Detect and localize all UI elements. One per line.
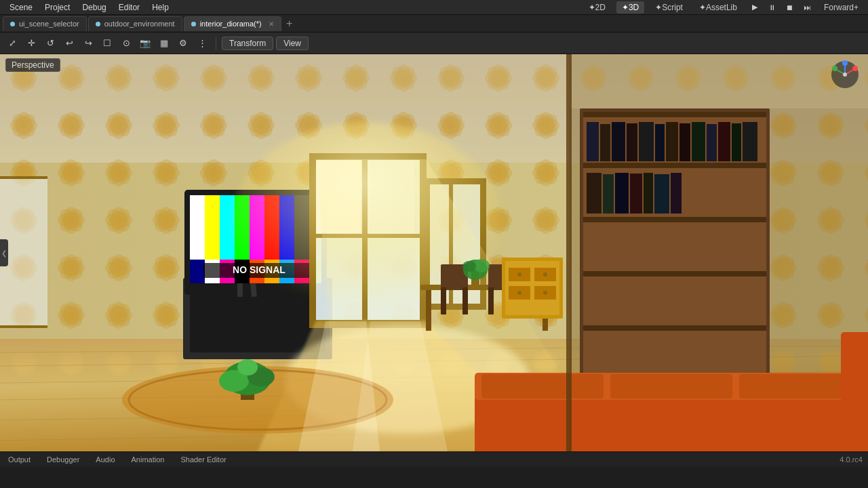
tab-dot xyxy=(10,22,15,26)
toolbar-snap-btn[interactable]: ⊙ xyxy=(118,35,134,52)
toolbar-grid-btn[interactable]: ▦ xyxy=(156,35,172,52)
stop-button[interactable]: ⏹ xyxy=(783,1,797,14)
toolbar-camera-btn[interactable]: 📷 xyxy=(137,35,153,52)
scene-canvas: NO SIGNAL xyxy=(0,54,868,451)
svg-rect-29 xyxy=(600,124,610,161)
svg-rect-38 xyxy=(718,122,730,161)
tab-ui-scene-selector[interactable]: ui_scene_selector xyxy=(3,16,87,31)
svg-rect-135 xyxy=(566,54,572,451)
svg-rect-25 xyxy=(583,217,766,222)
tab-label: ui_scene_selector xyxy=(19,20,79,28)
svg-text:Z: Z xyxy=(844,61,846,65)
status-output[interactable]: Output xyxy=(5,455,33,464)
svg-rect-35 xyxy=(679,123,690,161)
status-audio[interactable]: Audio xyxy=(93,455,117,464)
status-debugger[interactable]: Debugger xyxy=(44,455,82,464)
svg-rect-41 xyxy=(587,173,601,214)
tab-dot xyxy=(96,22,100,26)
svg-rect-39 xyxy=(732,123,741,161)
svg-rect-20 xyxy=(0,325,47,328)
status-bar: Output Debugger Audio Animation Shader E… xyxy=(0,451,868,466)
tab-label: outdoor_environment xyxy=(104,20,175,28)
svg-rect-100 xyxy=(441,287,446,314)
svg-rect-126 xyxy=(841,332,868,451)
svg-rect-33 xyxy=(655,124,665,161)
status-animation[interactable]: Animation xyxy=(129,455,167,464)
svg-rect-97 xyxy=(426,290,431,331)
transform-button[interactable]: Transform xyxy=(222,37,273,50)
mode-3d[interactable]: ✦3D xyxy=(616,1,644,14)
svg-rect-32 xyxy=(639,122,654,161)
viewport[interactable]: NO SIGNAL xyxy=(0,54,868,451)
svg-rect-43 xyxy=(615,173,629,214)
svg-rect-53 xyxy=(205,195,220,260)
mode-2d[interactable]: ✦2D xyxy=(583,1,611,14)
mode-assetlib[interactable]: ✦AssetLib xyxy=(694,1,743,14)
tab-label: interior_diorama(*) xyxy=(200,20,262,28)
toolbar-rotate-btn[interactable]: ↺ xyxy=(42,35,58,52)
svg-rect-36 xyxy=(692,122,705,161)
scene-svg: NO SIGNAL xyxy=(0,54,868,451)
toolbar: ⤢ ✛ ↺ ↩ ↪ ☐ ⊙ 📷 ▦ ⚙ ⋮ Transform View xyxy=(0,33,868,54)
scene-left-handle[interactable]: ❮ xyxy=(0,239,8,266)
svg-rect-46 xyxy=(654,174,669,214)
svg-rect-103 xyxy=(488,287,494,314)
toolbar-redo-btn[interactable]: ↪ xyxy=(80,35,96,52)
toolbar-box-btn[interactable]: ☐ xyxy=(99,35,115,52)
svg-rect-47 xyxy=(671,173,682,214)
svg-rect-26 xyxy=(583,271,766,277)
menu-scene[interactable]: Scene xyxy=(4,1,38,14)
version-label: 4.0.rc4 xyxy=(840,455,863,464)
svg-rect-40 xyxy=(743,122,757,161)
svg-rect-134 xyxy=(0,54,868,108)
pause-button[interactable]: ⏸ xyxy=(766,1,779,14)
tab-interior-diorama[interactable]: interior_diorama(*) ✕ xyxy=(184,16,281,31)
tab-dot xyxy=(191,22,196,26)
mode-script[interactable]: ✦Script xyxy=(650,1,688,14)
menu-bar: Scene Project Debug Editor Help ✦2D ✦3D … xyxy=(0,0,868,15)
perspective-text: Perspective xyxy=(12,60,54,70)
toolbar-undo-btn[interactable]: ↩ xyxy=(61,35,77,52)
svg-rect-44 xyxy=(630,174,642,214)
toolbar-more-btn[interactable]: ⋮ xyxy=(194,35,210,52)
tab-outdoor-environment[interactable]: outdoor_environment xyxy=(88,16,182,31)
axis-gizmo-svg: Z X Y xyxy=(830,60,860,89)
svg-rect-121 xyxy=(475,393,868,451)
toolbar-select-btn[interactable]: ⤢ xyxy=(4,35,20,52)
toolbar-settings-btn[interactable]: ⚙ xyxy=(175,35,191,52)
mode-buttons: ✦2D ✦3D ✦Script ✦AssetLib ▶ ⏸ ⏹ ⏭ Forwar… xyxy=(583,1,864,14)
view-button[interactable]: View xyxy=(276,37,309,50)
svg-point-116 xyxy=(543,272,547,277)
svg-rect-124 xyxy=(610,374,732,399)
tab-add-button[interactable]: + xyxy=(283,17,296,30)
svg-rect-45 xyxy=(644,173,653,214)
menu-editor[interactable]: Editor xyxy=(113,1,145,14)
svg-rect-34 xyxy=(666,122,678,161)
svg-rect-31 xyxy=(627,123,637,161)
svg-point-108 xyxy=(462,261,476,272)
svg-rect-37 xyxy=(707,124,717,161)
svg-point-117 xyxy=(517,291,521,295)
svg-rect-27 xyxy=(583,325,766,331)
tab-close-icon[interactable]: ✕ xyxy=(269,20,274,28)
svg-rect-30 xyxy=(612,122,625,161)
svg-point-146 xyxy=(843,73,847,77)
tab-bar: ui_scene_selector outdoor_environment in… xyxy=(0,15,868,33)
menu-help[interactable]: Help xyxy=(146,1,174,14)
svg-point-115 xyxy=(517,272,521,277)
svg-rect-61 xyxy=(190,260,205,283)
play-button[interactable]: ▶ xyxy=(748,1,762,14)
toolbar-separator xyxy=(216,37,216,50)
menu-debug[interactable]: Debug xyxy=(77,1,111,14)
svg-rect-42 xyxy=(603,174,614,214)
toolbar-move-btn[interactable]: ✛ xyxy=(23,35,39,52)
next-button[interactable]: ⏭ xyxy=(801,1,814,14)
svg-rect-72 xyxy=(237,283,243,297)
perspective-label[interactable]: Perspective xyxy=(5,58,60,72)
svg-rect-28 xyxy=(587,122,599,161)
status-shader-editor[interactable]: Shader Editor xyxy=(178,455,229,464)
menu-project[interactable]: Project xyxy=(39,1,75,14)
render-mode-button[interactable]: Forward+ xyxy=(818,1,864,14)
svg-rect-19 xyxy=(0,176,47,179)
playback-controls: ▶ ⏸ ⏹ ⏭ Forward+ xyxy=(748,1,864,14)
